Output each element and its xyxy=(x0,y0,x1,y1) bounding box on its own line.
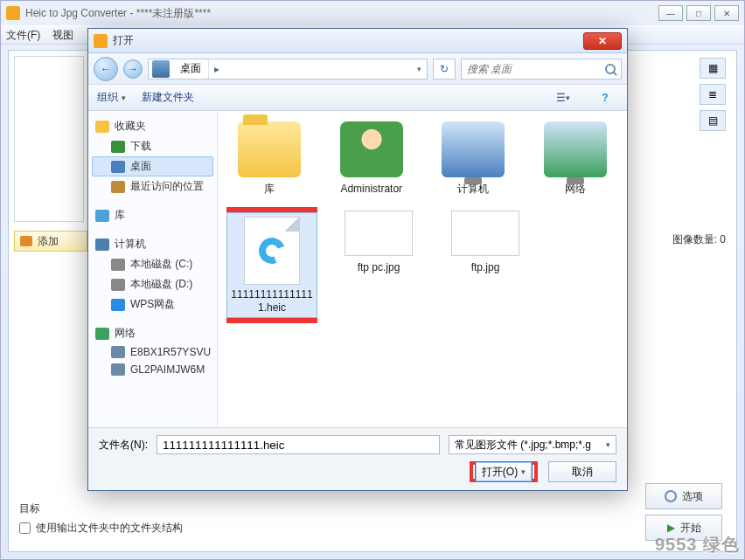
star-icon xyxy=(95,121,109,133)
network-icon xyxy=(95,328,109,340)
file-label: ftp.jpg xyxy=(471,261,500,273)
computer-icon xyxy=(442,121,505,177)
tree-libraries[interactable]: 库 xyxy=(92,205,213,225)
breadcrumb-desktop[interactable]: 桌面 xyxy=(173,59,209,79)
use-structure-label: 使用输出文件夹中的文件夹结构 xyxy=(36,521,183,536)
file-item-network[interactable]: 网络 xyxy=(533,118,619,198)
view-grid-button[interactable]: ▤ xyxy=(700,110,726,131)
chevron-down-icon[interactable]: ▾ xyxy=(412,65,427,73)
cancel-button[interactable]: 取消 xyxy=(548,461,616,482)
library-icon xyxy=(95,210,109,222)
download-icon xyxy=(111,141,125,153)
file-label: 计算机 xyxy=(457,183,489,195)
chevron-down-icon: ▾ xyxy=(606,440,610,449)
breadcrumb[interactable]: 桌面 ▸ ▾ xyxy=(148,59,428,80)
dialog-title: 打开 xyxy=(113,33,583,48)
file-item-ftp-pc[interactable]: ftp pc.jpg xyxy=(333,207,424,323)
file-item-library[interactable]: 库 xyxy=(226,118,313,198)
chevron-right-icon[interactable]: ▸ xyxy=(209,63,225,75)
nav-tree: 收藏夹 下载 桌面 最近访问的位置 库 计算机 本地磁盘 (C:) 本地磁盘 (… xyxy=(88,111,218,427)
computer-icon xyxy=(95,239,109,251)
user-folder-icon xyxy=(340,121,403,177)
app-icon xyxy=(6,6,20,20)
use-structure-checkbox[interactable] xyxy=(19,522,31,534)
open-button[interactable]: 打开(O)▾ xyxy=(475,461,533,482)
image-preview-area xyxy=(14,56,84,222)
view-mode-button[interactable]: ☰ ▾ xyxy=(550,89,576,107)
file-label: 库 xyxy=(264,183,275,195)
computer-icon xyxy=(111,346,125,358)
folder-icon xyxy=(238,121,301,177)
tree-desktop[interactable]: 桌面 xyxy=(92,156,213,176)
tree-node-2[interactable]: GL2PAIMJW6M xyxy=(92,361,213,378)
tree-network[interactable]: 网络 xyxy=(92,323,213,343)
file-type-filter[interactable]: 常见图形文件 (*.jpg;*.bmp;*.g ▾ xyxy=(449,435,616,454)
view-list-button[interactable]: ≣ xyxy=(700,84,726,105)
disk-icon xyxy=(111,259,125,271)
file-item-heic-selected[interactable]: 111111111111111.heic xyxy=(226,207,317,323)
minimize-button[interactable]: — xyxy=(658,5,683,21)
heic-file-icon xyxy=(244,217,300,285)
tree-wps[interactable]: WPS网盘 xyxy=(92,294,213,315)
file-item-admin[interactable]: Administrator xyxy=(329,118,415,198)
file-label: 网络 xyxy=(565,183,586,195)
help-button[interactable]: ? xyxy=(592,89,618,107)
computer-icon xyxy=(111,363,125,376)
watermark: 9553 绿色 xyxy=(655,533,740,557)
desktop-icon xyxy=(152,60,170,78)
image-file-icon xyxy=(345,211,413,256)
menu-file[interactable]: 文件(F) xyxy=(6,28,40,43)
add-images-label: 添加 xyxy=(38,234,59,249)
filename-label: 文件名(N): xyxy=(99,438,148,453)
desktop-icon xyxy=(111,161,125,173)
add-images-button[interactable]: 添加 xyxy=(14,231,87,252)
chevron-down-icon: ▾ xyxy=(521,467,526,476)
tree-favorites[interactable]: 收藏夹 xyxy=(92,116,213,136)
maximize-button[interactable]: □ xyxy=(686,5,711,21)
file-list: 库 Administrator 计算机 网络 xyxy=(218,111,627,427)
new-folder-button[interactable]: 新建文件夹 xyxy=(142,90,194,105)
target-label: 目标 xyxy=(19,501,40,516)
open-dialog: 打开 ✕ ← → 桌面 ▸ ▾ ↻ 组织▾ 新建文件夹 ☰ ▾ ? 收藏夹 xyxy=(87,28,628,491)
image-count: 图像数量: 0 xyxy=(672,232,726,247)
play-icon: ▶ xyxy=(667,522,675,534)
organize-menu[interactable]: 组织▾ xyxy=(97,90,126,105)
search-icon xyxy=(605,64,616,74)
tree-downloads[interactable]: 下载 xyxy=(92,136,213,156)
image-file-icon xyxy=(451,211,519,256)
menu-view[interactable]: 视图 xyxy=(52,28,73,43)
file-item-ftp[interactable]: ftp.jpg xyxy=(440,207,531,323)
network-icon xyxy=(544,121,607,177)
tree-computer[interactable]: 计算机 xyxy=(92,234,213,254)
file-item-computer[interactable]: 计算机 xyxy=(430,118,517,198)
view-thumbnail-button[interactable]: ▦ xyxy=(700,58,726,79)
nav-forward-button[interactable]: → xyxy=(123,59,143,79)
search-input[interactable] xyxy=(461,59,622,80)
nav-back-button[interactable]: ← xyxy=(94,57,118,81)
image-icon xyxy=(20,236,32,246)
gear-icon xyxy=(665,490,677,502)
dialog-icon xyxy=(94,34,108,48)
filename-input[interactable] xyxy=(157,435,440,454)
close-button[interactable]: ✕ xyxy=(714,5,739,21)
refresh-button[interactable]: ↻ xyxy=(433,59,456,80)
search-field[interactable] xyxy=(467,63,600,75)
tree-disk-c[interactable]: 本地磁盘 (C:) xyxy=(92,254,213,274)
tree-recent[interactable]: 最近访问的位置 xyxy=(92,176,213,197)
tree-disk-d[interactable]: 本地磁盘 (D:) xyxy=(92,274,213,294)
disk-icon xyxy=(111,279,125,291)
filter-text: 常见图形文件 (*.jpg;*.bmp;*.g xyxy=(455,438,591,453)
tree-node-1[interactable]: E8BX1R57YSVU xyxy=(92,343,213,361)
file-label: ftp pc.jpg xyxy=(358,261,400,273)
options-button[interactable]: 选项 xyxy=(645,483,722,509)
cloud-icon xyxy=(111,299,125,311)
recent-icon xyxy=(111,181,125,193)
app-title: Heic to Jpg Converter - ****未注册版**** xyxy=(25,6,658,21)
file-label: 111111111111111.heic xyxy=(231,288,313,314)
dialog-close-button[interactable]: ✕ xyxy=(583,32,622,50)
open-button-highlight: 打开(O)▾ xyxy=(470,461,538,482)
file-label: Administrator xyxy=(340,183,402,195)
